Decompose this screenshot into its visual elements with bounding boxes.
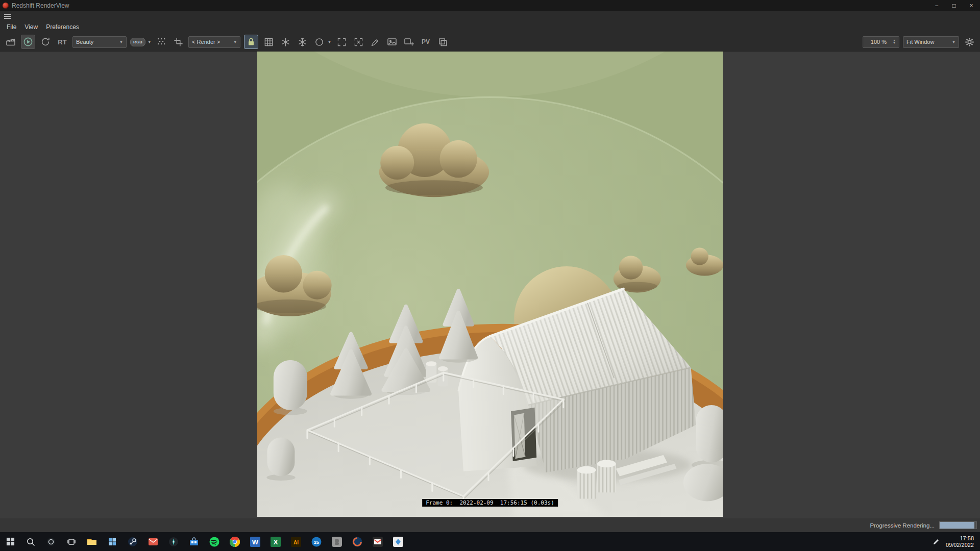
- refresh-icon: [40, 37, 51, 47]
- taskbar: W X Ai 25: [0, 532, 980, 551]
- gear-icon: [965, 37, 974, 47]
- zoom-level-spinner[interactable]: 100 % ▲▼: [863, 36, 899, 48]
- illustrator-icon: Ai: [291, 537, 301, 547]
- spotify-icon: [209, 537, 219, 547]
- word-button[interactable]: W: [245, 532, 265, 551]
- region-options-caret[interactable]: ▼: [328, 40, 331, 44]
- cortana-icon: [46, 537, 56, 547]
- dither-grid-icon: [157, 37, 166, 46]
- lock-render-view-button[interactable]: [244, 35, 258, 49]
- region-render-button[interactable]: [312, 35, 326, 48]
- mail-button[interactable]: [143, 532, 163, 551]
- progress-bar: [939, 521, 977, 529]
- freeze-textures-button[interactable]: [296, 35, 309, 48]
- badge-25-app-button[interactable]: 25: [306, 532, 327, 551]
- pencil-icon: [371, 37, 380, 47]
- menu-view[interactable]: View: [20, 22, 42, 32]
- svg-text:25: 25: [314, 539, 319, 544]
- aov-dropdown[interactable]: Beauty ▼: [72, 36, 127, 48]
- cortana-button[interactable]: [41, 532, 61, 551]
- window-title: Redshift RenderView: [12, 2, 69, 9]
- hamburger-menu-button[interactable]: [4, 13, 11, 20]
- minimize-button[interactable]: −: [928, 0, 945, 11]
- snapshots-button[interactable]: [4, 35, 17, 48]
- clock-time: 17:58: [946, 535, 974, 542]
- folder-icon: [87, 537, 97, 546]
- pv-button[interactable]: PV: [419, 35, 432, 48]
- chevron-down-icon: ▼: [233, 40, 237, 44]
- illustrator-button[interactable]: Ai: [286, 532, 306, 551]
- sculpt-app-button[interactable]: [327, 532, 347, 551]
- chevron-down-icon: ▼: [119, 40, 123, 44]
- photos-app-button[interactable]: [388, 532, 408, 551]
- zoom-region-button[interactable]: [352, 35, 365, 48]
- maximize-button[interactable]: □: [945, 0, 963, 11]
- photos-app-icon: [393, 537, 403, 547]
- svg-text:X: X: [274, 538, 278, 546]
- compass-icon: [168, 537, 179, 547]
- fit-mode-dropdown[interactable]: Fit Window ▼: [903, 36, 959, 48]
- image-plus-icon: [404, 37, 414, 47]
- toolbar: RT Beauty ▼ RGB ▼ < Render > ▼: [0, 33, 980, 52]
- word-icon: W: [250, 537, 260, 547]
- play-icon: [23, 37, 33, 47]
- excel-icon: X: [271, 537, 281, 547]
- steam-icon: [128, 537, 138, 547]
- store-button[interactable]: [184, 532, 204, 551]
- bucket-grid-button[interactable]: [262, 35, 275, 48]
- rt-toggle-button[interactable]: RT: [56, 35, 69, 48]
- start-render-button[interactable]: [21, 35, 35, 49]
- restart-render-button[interactable]: [39, 35, 52, 48]
- search-button[interactable]: [20, 532, 41, 551]
- gmail-button[interactable]: [368, 532, 388, 551]
- render-camera-dropdown[interactable]: < Render > ▼: [188, 36, 240, 48]
- chevron-down-icon[interactable]: ▼: [148, 40, 151, 44]
- rgb-display-dropdown[interactable]: RGB: [130, 38, 145, 46]
- grid-icon: [264, 37, 274, 47]
- progress-label: Progressive Rendering...: [870, 522, 935, 529]
- frame-corners-icon: [337, 37, 347, 47]
- svg-text:W: W: [252, 538, 259, 546]
- cinema4d-button[interactable]: [347, 532, 368, 551]
- render-canvas: [257, 52, 723, 517]
- frame-arrows-icon: [354, 37, 363, 47]
- svg-text:Ai: Ai: [293, 539, 299, 545]
- freeze-tessellation-button[interactable]: [279, 35, 292, 48]
- clapperboard-icon: [6, 37, 16, 47]
- file-explorer-button[interactable]: [82, 532, 102, 551]
- menu-file[interactable]: File: [3, 22, 20, 32]
- gmail-icon: [373, 537, 383, 547]
- steam-button[interactable]: [122, 532, 143, 551]
- chrome-button[interactable]: [225, 532, 245, 551]
- tray-pen-icon[interactable]: [933, 538, 940, 545]
- tiles-app-button[interactable]: [102, 532, 122, 551]
- spotify-button[interactable]: [204, 532, 225, 551]
- dither-button[interactable]: [155, 35, 168, 48]
- clock-date: 09/02/2022: [946, 542, 974, 548]
- task-view-button[interactable]: [61, 532, 82, 551]
- close-button[interactable]: ×: [963, 0, 980, 11]
- add-image-button[interactable]: [402, 35, 415, 48]
- system-tray: 17:58 09/02/2022: [933, 535, 980, 548]
- annotate-button[interactable]: [369, 35, 382, 48]
- clock[interactable]: 17:58 09/02/2022: [946, 535, 974, 548]
- menubar: File View Preferences: [0, 21, 980, 33]
- chrome-icon: [230, 537, 240, 547]
- settings-gear-button[interactable]: [963, 35, 976, 48]
- search-icon: [26, 537, 35, 546]
- mail-icon: [148, 538, 158, 546]
- spinner-arrows-icon[interactable]: ▲▼: [893, 39, 896, 44]
- menu-preferences[interactable]: Preferences: [42, 22, 83, 32]
- render-viewport[interactable]: Frame 0: 2022-02-09 17:56:15 (0.03s): [0, 52, 980, 518]
- crop-button[interactable]: [172, 35, 185, 48]
- lock-icon: [246, 37, 256, 47]
- render-image[interactable]: Frame 0: 2022-02-09 17:56:15 (0.03s): [257, 52, 723, 517]
- status-strip: Progressive Rendering...: [0, 518, 980, 532]
- crop-icon: [174, 37, 183, 47]
- excel-button[interactable]: X: [265, 532, 286, 551]
- compass-app-button[interactable]: [163, 532, 184, 551]
- start-button[interactable]: [0, 532, 20, 551]
- compare-image-button[interactable]: [385, 35, 399, 48]
- copy-image-button[interactable]: [436, 35, 449, 48]
- zoom-fit-button[interactable]: [335, 35, 348, 48]
